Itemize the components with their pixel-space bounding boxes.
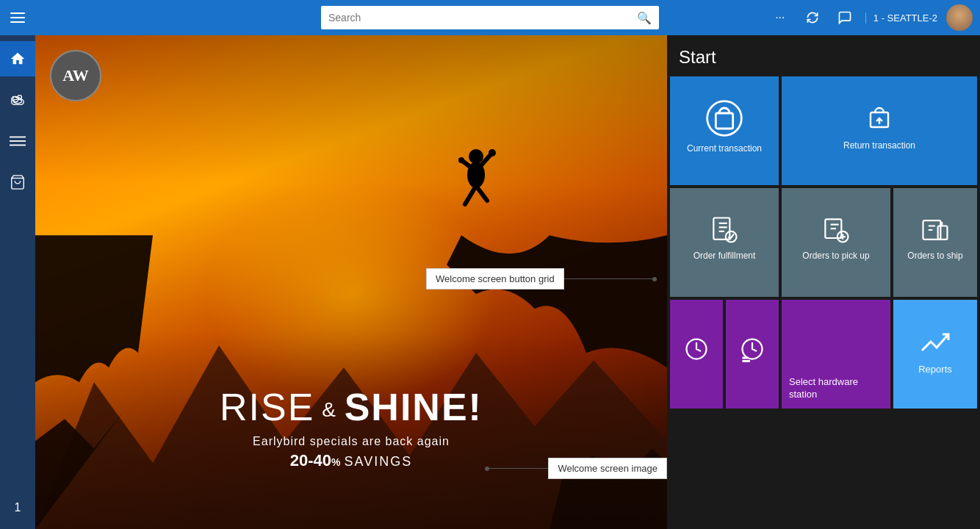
top-bar-actions: ··· 1 - SEATTLE-2	[768, 4, 973, 31]
tile-row-1: Current transaction Return transaction	[667, 76, 980, 185]
svg-rect-1	[10, 17, 25, 18]
hero-subtitle: Earlybird specials are back again	[220, 435, 483, 448]
bag-icon	[704, 98, 745, 139]
savings-label: SAVINGS	[345, 454, 413, 469]
tile-current-label: Current transaction	[687, 143, 762, 154]
tile-order-fulfillment[interactable]: Order fulfillment	[670, 188, 779, 297]
avatar[interactable]	[946, 4, 973, 31]
tile-row-2: Order fulfillment Orders to pick up Orde…	[667, 188, 980, 297]
store-info: 1 - SEATTLE-2	[865, 12, 937, 24]
chart-icon	[918, 324, 953, 359]
hamburger-button[interactable]	[0, 0, 35, 35]
sidebar-item-bag[interactable]	[0, 165, 35, 200]
tile-reports-label: Reports	[918, 364, 952, 375]
callout-image-line	[489, 468, 548, 469]
sidebar-number: 1	[0, 501, 35, 514]
clock-icon	[683, 336, 710, 362]
tile-return-label: Return transaction	[843, 140, 915, 151]
search-input[interactable]	[328, 12, 637, 24]
ellipsis-button[interactable]: ···	[768, 6, 792, 29]
tile-return-transaction[interactable]: Return transaction	[782, 76, 977, 185]
callout-image: Welcome screen image	[485, 458, 667, 479]
tile-orders-ship[interactable]: Orders to ship	[893, 188, 977, 297]
tile-row-3: Select hardware station Reports	[667, 300, 980, 409]
pickup-icon	[820, 214, 852, 246]
tile-order-label: Order fulfillment	[693, 251, 756, 261]
aw-logo: AW	[50, 50, 101, 101]
savings-symbol: %	[331, 456, 340, 468]
callout-grid-line	[564, 278, 652, 279]
svg-point-21	[707, 101, 742, 136]
tile-timelist[interactable]	[726, 300, 779, 409]
amp-text: &	[314, 398, 344, 421]
tile-hardware-station[interactable]: Select hardware station	[782, 300, 890, 409]
svg-rect-22	[716, 113, 732, 129]
avatar-image	[946, 4, 973, 31]
svg-rect-29	[938, 226, 948, 240]
callout-image-box: Welcome screen image	[548, 458, 667, 479]
svg-rect-24	[713, 218, 729, 240]
shine-text: SHINE!	[345, 386, 483, 428]
hero-area: AW RISE & SHINE! Earlybird specials are …	[35, 35, 667, 529]
chat-button[interactable]	[833, 6, 857, 29]
svg-rect-6	[10, 137, 26, 138]
svg-rect-2	[10, 21, 25, 23]
tile-pickup-label: Orders to pick up	[802, 251, 869, 261]
tile-ship-label: Orders to ship	[907, 251, 962, 261]
rise-text: RISE	[220, 386, 314, 428]
tile-hardware-label: Select hardware station	[789, 376, 883, 401]
hero-savings: 20-40% SAVINGS	[220, 451, 483, 470]
sidebar-item-menu[interactable]	[0, 123, 35, 159]
return-bag-icon	[862, 101, 897, 136]
svg-rect-7	[10, 140, 26, 142]
ship-icon	[919, 214, 951, 246]
svg-rect-8	[10, 145, 26, 146]
svg-rect-0	[10, 12, 25, 14]
hero-text: RISE & SHINE! Earlybird specials are bac…	[220, 385, 483, 470]
sidebar-item-home[interactable]	[0, 41, 35, 76]
callout-grid-box: Welcome screen button grid	[426, 268, 564, 289]
savings-percent: 20-40	[290, 451, 331, 469]
rise-shine-heading: RISE & SHINE!	[220, 385, 483, 429]
sidebar-item-cloud[interactable]	[0, 82, 35, 118]
refresh-button[interactable]	[801, 6, 824, 29]
top-bar: 🔍 ··· 1 - SEATTLE-2	[0, 0, 980, 35]
sidebar: 1	[0, 35, 35, 529]
callout-grid-dot	[652, 277, 657, 281]
search-bar[interactable]: 🔍	[321, 6, 659, 29]
clock-list-icon	[739, 336, 765, 362]
tile-reports[interactable]: Reports	[893, 300, 977, 409]
right-panel: Start Current transaction Return transac…	[667, 35, 980, 529]
callout-grid: Welcome screen button grid	[426, 268, 657, 289]
tile-orders-pickup[interactable]: Orders to pick up	[782, 188, 890, 297]
tile-current-transaction[interactable]: Current transaction	[670, 76, 779, 185]
start-label: Start	[667, 35, 980, 76]
search-icon: 🔍	[637, 11, 652, 25]
tile-clock[interactable]	[670, 300, 723, 409]
order-icon	[708, 214, 741, 246]
